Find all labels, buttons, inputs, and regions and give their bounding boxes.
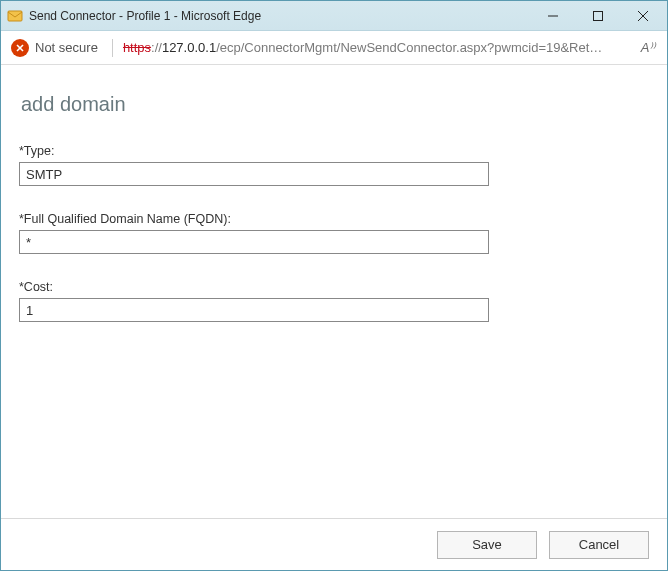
url-host: 127.0.0.1	[162, 40, 216, 55]
close-button[interactable]	[620, 1, 665, 30]
fqdn-label: *Full Qualified Domain Name (FQDN):	[19, 212, 649, 226]
address-bar: Not secure https://127.0.0.1/ecp/Connect…	[1, 31, 667, 65]
page-content: add domain *Type: *Full Qualified Domain…	[1, 65, 667, 570]
field-type: *Type:	[19, 144, 649, 186]
window-titlebar: Send Connector - Profile 1 - Microsoft E…	[1, 1, 667, 31]
window-controls	[530, 1, 665, 30]
svg-rect-0	[8, 11, 22, 21]
cost-input[interactable]	[19, 298, 489, 322]
field-fqdn: *Full Qualified Domain Name (FQDN):	[19, 212, 649, 254]
url-sep: ://	[151, 40, 162, 55]
type-input[interactable]	[19, 162, 489, 186]
cost-label: *Cost:	[19, 280, 649, 294]
security-label[interactable]: Not secure	[35, 40, 98, 55]
read-aloud-icon[interactable]: A⁾⁾	[637, 40, 659, 55]
not-secure-icon[interactable]	[11, 39, 29, 57]
type-label: *Type:	[19, 144, 649, 158]
url-path: /ecp/ConnectorMgmt/NewSendConnector.aspx…	[216, 40, 602, 55]
window-title: Send Connector - Profile 1 - Microsoft E…	[29, 9, 261, 23]
page-title: add domain	[21, 93, 649, 116]
cancel-button[interactable]: Cancel	[549, 531, 649, 559]
maximize-button[interactable]	[575, 1, 620, 30]
minimize-button[interactable]	[530, 1, 575, 30]
divider	[112, 39, 113, 57]
field-cost: *Cost:	[19, 280, 649, 322]
app-icon	[7, 8, 23, 24]
url-display[interactable]: https://127.0.0.1/ecp/ConnectorMgmt/NewS…	[123, 40, 631, 55]
dialog-footer: Save Cancel	[1, 518, 667, 570]
fqdn-input[interactable]	[19, 230, 489, 254]
save-button[interactable]: Save	[437, 531, 537, 559]
svg-rect-2	[593, 11, 602, 20]
url-protocol: https	[123, 40, 151, 55]
